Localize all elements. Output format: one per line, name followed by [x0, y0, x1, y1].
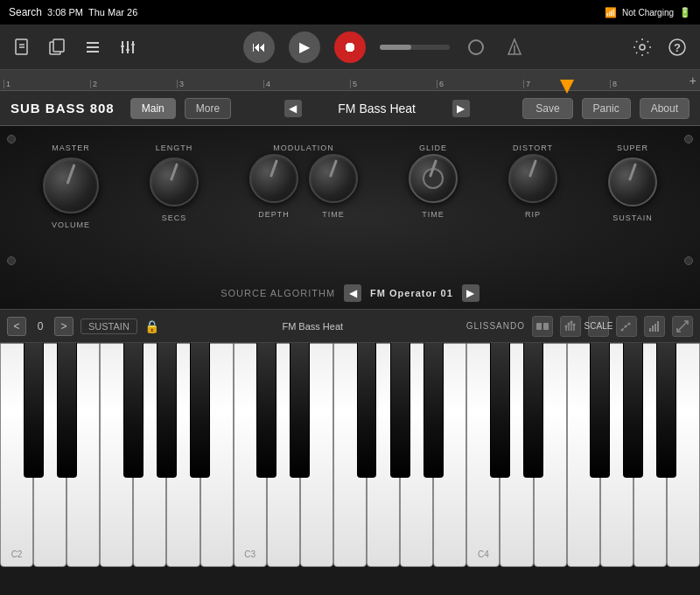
- black-key-1-0[interactable]: [256, 343, 276, 478]
- knob-group-glide: TIME: [409, 154, 458, 219]
- algo-prev-button[interactable]: ◀: [344, 284, 361, 302]
- new-document-icon[interactable]: [10, 35, 35, 60]
- length-knob[interactable]: [150, 158, 199, 206]
- black-key-0-5[interactable]: [190, 343, 210, 478]
- svg-rect-36: [657, 321, 659, 332]
- velocity-icon[interactable]: [644, 316, 665, 337]
- playback-slider[interactable]: [380, 45, 450, 50]
- black-key-0-3[interactable]: [123, 343, 144, 478]
- glissando-label: GLISSANDO: [466, 321, 525, 331]
- split-icon[interactable]: [532, 316, 553, 337]
- octave-down-button[interactable]: <: [7, 317, 26, 336]
- black-key-2-4[interactable]: [623, 343, 643, 478]
- octave-display: 0: [33, 320, 47, 332]
- algo-label: SOURCE ALGORITHM: [220, 288, 335, 298]
- modulation-time-knob[interactable]: [309, 154, 358, 203]
- metronome-icon[interactable]: [502, 35, 527, 60]
- svg-point-17: [640, 45, 645, 50]
- master-bottom-label: VOLUME: [52, 220, 90, 229]
- record-button[interactable]: ⏺: [334, 32, 366, 63]
- play-button[interactable]: ▶: [289, 32, 320, 63]
- black-key-2-1[interactable]: [523, 343, 543, 478]
- black-key-1-3[interactable]: [357, 343, 377, 478]
- black-key-0-1[interactable]: [57, 343, 77, 478]
- svg-rect-4: [53, 39, 64, 52]
- black-key-2-3[interactable]: [590, 343, 610, 478]
- ruler-mark-8: 8: [610, 80, 696, 88]
- loop-icon[interactable]: [464, 35, 488, 60]
- ruler-mark-6: 6: [437, 80, 523, 88]
- distort-rip-label: RIP: [525, 210, 541, 219]
- list-icon[interactable]: [80, 35, 105, 60]
- indicator-dot-bottom-left: [7, 256, 16, 265]
- timeline-ruler[interactable]: 1 2 3 4 5 6 7 8 +: [0, 70, 700, 91]
- arp-icon[interactable]: [616, 316, 637, 337]
- preset-next-button[interactable]: ▶: [452, 100, 470, 117]
- modulation-knobs: DEPTH TIME: [249, 154, 358, 219]
- ruler-mark-4: 4: [263, 80, 350, 88]
- ruler-marks: 1 2 3 4 5 6 7 8: [0, 80, 700, 88]
- indicator-dot-top-left: [7, 135, 16, 144]
- scale-icon[interactable]: SCALE: [588, 316, 609, 337]
- settings-icon[interactable]: [630, 35, 654, 60]
- resize-icon[interactable]: [672, 316, 693, 337]
- lock-icon[interactable]: 🔒: [144, 319, 159, 333]
- modulation-top-label: MODULATION: [273, 144, 333, 152]
- tab-more[interactable]: More: [185, 98, 231, 119]
- svg-text:?: ?: [674, 41, 681, 54]
- glide-group: GLIDE TIME: [409, 144, 458, 219]
- svg-rect-34: [652, 326, 654, 332]
- black-key-0-4[interactable]: [157, 343, 177, 478]
- black-key-1-4[interactable]: [390, 343, 410, 478]
- status-bar: Search 3:08 PM Thu Mar 26 📶 Not Charging…: [0, 0, 700, 24]
- mixer-icon[interactable]: [116, 35, 140, 60]
- svg-point-26: [565, 325, 568, 327]
- indicator-dot-bottom-right: [684, 256, 693, 265]
- about-button[interactable]: About: [640, 98, 690, 119]
- knobs-row: MASTER VOLUME LENGTH SECS MODULATION DEP…: [0, 126, 700, 229]
- panic-button[interactable]: Panic: [582, 98, 631, 119]
- add-track-button[interactable]: +: [690, 74, 696, 88]
- preset-name: FM Bass Heat: [307, 102, 447, 116]
- black-key-1-5[interactable]: [424, 343, 444, 478]
- svg-rect-35: [654, 324, 656, 332]
- sustain-label[interactable]: SUSTAIN: [80, 318, 137, 334]
- eq-icon[interactable]: [560, 316, 581, 337]
- kb-controls: < 0 > SUSTAIN 🔒 FM Bass Heat GLISSANDO S…: [0, 310, 700, 343]
- black-key-0-0[interactable]: [24, 343, 44, 478]
- preset-prev-button[interactable]: ◀: [284, 100, 302, 117]
- algo-next-button[interactable]: ▶: [462, 284, 480, 302]
- piano-container: C2C3C4: [0, 343, 700, 567]
- duplicate-icon[interactable]: [46, 35, 70, 60]
- knob-group-mod-time: TIME: [309, 154, 358, 219]
- ruler-mark-1: 1: [4, 80, 90, 88]
- ruler-mark-2: 2: [90, 80, 177, 88]
- super-sustain-label: SUSTAIN: [612, 214, 652, 222]
- distort-group: DISTORT RIP: [508, 144, 557, 219]
- svg-point-28: [570, 320, 573, 323]
- indicator-dot-top-right: [684, 135, 693, 144]
- master-volume-knob[interactable]: [43, 158, 99, 214]
- svg-rect-12: [126, 49, 130, 51]
- glide-time-knob[interactable]: [409, 154, 458, 203]
- black-key-2-0[interactable]: [490, 343, 510, 478]
- rewind-button[interactable]: ⏮: [243, 32, 275, 63]
- distort-rip-knob[interactable]: [508, 154, 557, 203]
- super-top-label: SUPER: [617, 144, 648, 152]
- kb-preset-name: FM Bass Heat: [166, 321, 459, 332]
- octave-up-button[interactable]: >: [54, 317, 74, 336]
- algo-name: FM Operator 01: [370, 288, 453, 298]
- wifi-icon: 📶: [605, 7, 617, 18]
- modulation-group: MODULATION DEPTH TIME: [249, 144, 358, 219]
- search-label[interactable]: Search: [9, 6, 42, 18]
- modulation-depth-knob[interactable]: [249, 154, 298, 203]
- save-button[interactable]: Save: [522, 98, 572, 119]
- black-key-2-5[interactable]: [656, 343, 676, 478]
- svg-line-37: [677, 321, 688, 332]
- tab-main[interactable]: Main: [130, 98, 176, 119]
- glide-time-label: TIME: [422, 210, 444, 219]
- black-key-1-1[interactable]: [290, 343, 310, 478]
- svg-rect-20: [536, 323, 542, 330]
- help-icon[interactable]: ?: [665, 35, 690, 60]
- super-sustain-knob[interactable]: [608, 158, 657, 206]
